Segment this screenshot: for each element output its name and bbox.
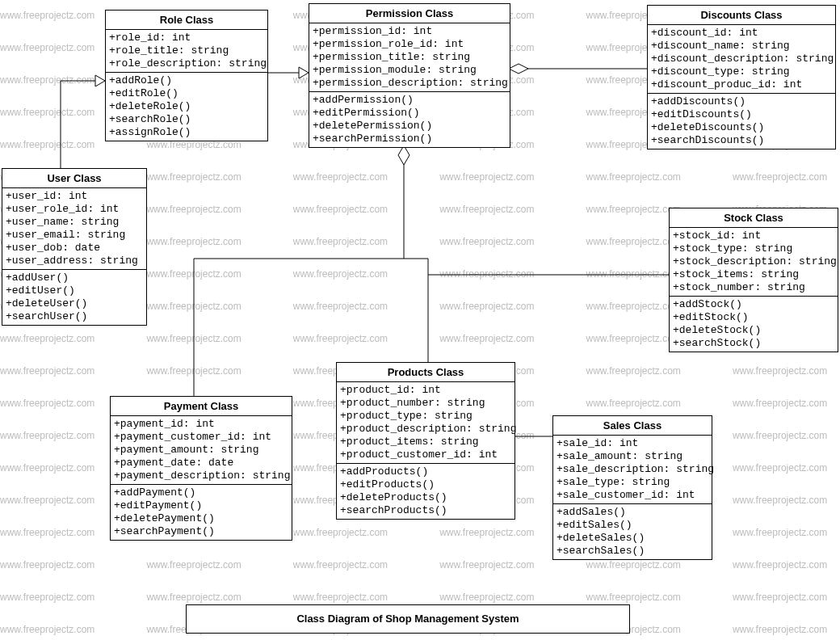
class-permission: Permission Class +permission_id: int+per… — [309, 3, 510, 148]
class-member: +addPayment() — [114, 486, 288, 499]
class-member: +product_number: string — [340, 397, 511, 410]
class-member: +editPermission() — [313, 107, 506, 120]
class-member: +payment_description: string — [114, 469, 288, 482]
class-attributes: +payment_id: int+payment_customer_id: in… — [111, 416, 292, 485]
class-member: +editRole() — [109, 87, 264, 100]
class-member: +sale_customer_id: int — [556, 489, 708, 502]
class-member: +permission_role_id: int — [313, 38, 506, 51]
class-member: +stock_id: int — [673, 229, 834, 242]
class-member: +product_items: string — [340, 436, 511, 448]
class-member: +deleteUser() — [6, 297, 143, 310]
class-discounts: Discounts Class +discount_id: int+discou… — [647, 5, 836, 149]
class-member: +role_id: int — [109, 32, 264, 44]
class-member: +searchPermission() — [313, 133, 506, 145]
svg-marker-2 — [509, 64, 528, 74]
class-member: +searchSales() — [556, 545, 708, 558]
svg-marker-7 — [398, 145, 410, 165]
class-member: +addPermission() — [313, 94, 506, 107]
class-operations: +addPermission()+editPermission()+delete… — [309, 92, 510, 147]
class-member: +payment_customer_id: int — [114, 431, 288, 444]
class-member: +permission_description: string — [313, 77, 506, 90]
class-member: +editDiscounts() — [651, 108, 832, 121]
class-operations: +addRole()+editRole()+deleteRole()+searc… — [106, 73, 267, 141]
class-attributes: +user_id: int+user_role_id: int+user_nam… — [2, 188, 146, 270]
class-member: +user_address: string — [6, 255, 143, 267]
class-member: +searchProducts() — [340, 504, 511, 517]
class-member: +payment_amount: string — [114, 444, 288, 457]
class-member: +payment_id: int — [114, 418, 288, 431]
class-member: +user_dob: date — [6, 242, 143, 255]
class-member: +role_description: string — [109, 57, 264, 70]
class-member: +user_id: int — [6, 190, 143, 203]
class-member: +product_customer_id: int — [340, 448, 511, 461]
class-member: +product_type: string — [340, 410, 511, 423]
class-member: +addProducts() — [340, 465, 511, 478]
svg-marker-6 — [95, 75, 105, 86]
class-member: +deletePermission() — [313, 120, 506, 133]
class-member: +user_email: string — [6, 229, 143, 242]
class-member: +searchRole() — [109, 113, 264, 126]
class-member: +addDiscounts() — [651, 95, 832, 108]
svg-marker-1 — [299, 67, 309, 78]
diagram-caption: Class Diagram of Shop Management System — [186, 604, 630, 634]
class-operations: +addSales()+editSales()+deleteSales()+se… — [553, 504, 712, 559]
class-member: +deleteStock() — [673, 324, 834, 337]
class-member: +editProducts() — [340, 478, 511, 491]
class-member: +permission_id: int — [313, 25, 506, 38]
class-operations: +addProducts()+editProducts()+deleteProd… — [337, 464, 514, 519]
class-attributes: +product_id: int+product_number: string+… — [337, 382, 514, 464]
class-member: +assignRole() — [109, 126, 264, 139]
class-member: +addStock() — [673, 298, 834, 311]
class-title: Products Class — [337, 363, 514, 382]
class-sales: Sales Class +sale_id: int+sale_amount: s… — [552, 415, 712, 560]
class-member: +role_title: string — [109, 44, 264, 57]
class-payment: Payment Class +payment_id: int+payment_c… — [110, 396, 292, 541]
class-title: Permission Class — [309, 4, 510, 23]
class-title: Discounts Class — [648, 6, 835, 25]
class-member: +searchPayment() — [114, 525, 288, 538]
class-attributes: +role_id: int+role_title: string+role_de… — [106, 30, 267, 73]
class-member: +deleteSales() — [556, 532, 708, 545]
class-member: +addRole() — [109, 74, 264, 87]
class-member: +editPayment() — [114, 499, 288, 512]
class-member: +sale_description: string — [556, 463, 708, 476]
class-member: +sale_amount: string — [556, 450, 708, 463]
class-title: Role Class — [106, 11, 267, 30]
class-member: +stock_items: string — [673, 268, 834, 281]
class-member: +editSales() — [556, 519, 708, 532]
class-member: +discount_type: string — [651, 65, 832, 78]
class-member: +searchStock() — [673, 337, 834, 350]
class-title: Payment Class — [111, 397, 292, 416]
class-operations: +addUser()+editUser()+deleteUser()+searc… — [2, 270, 146, 325]
class-member: +stock_description: string — [673, 255, 834, 268]
class-member: +deleteRole() — [109, 100, 264, 113]
class-member: +product_id: int — [340, 384, 511, 397]
class-member: +permission_module: string — [313, 64, 506, 77]
class-role: Role Class +role_id: int+role_title: str… — [105, 10, 268, 141]
class-member: +user_name: string — [6, 216, 143, 229]
class-member: +searchDiscounts() — [651, 134, 832, 147]
class-member: +discount_name: string — [651, 40, 832, 53]
class-title: User Class — [2, 169, 146, 188]
class-member: +stock_number: string — [673, 281, 834, 294]
class-operations: +addDiscounts()+editDiscounts()+deleteDi… — [648, 94, 835, 149]
class-member: +payment_date: date — [114, 457, 288, 469]
class-member: +sale_type: string — [556, 476, 708, 489]
class-member: +deleteProducts() — [340, 491, 511, 504]
class-user: User Class +user_id: int+user_role_id: i… — [2, 168, 147, 326]
class-member: +addUser() — [6, 272, 143, 284]
class-title: Stock Class — [670, 208, 838, 228]
class-attributes: +permission_id: int+permission_role_id: … — [309, 23, 510, 92]
class-member: +searchUser() — [6, 310, 143, 323]
class-attributes: +stock_id: int+stock_type: string+stock_… — [670, 228, 838, 297]
class-member: +stock_type: string — [673, 242, 834, 255]
class-member: +deletePayment() — [114, 512, 288, 525]
class-member: +addSales() — [556, 506, 708, 519]
class-stock: Stock Class +stock_id: int+stock_type: s… — [669, 208, 838, 352]
class-member: +editUser() — [6, 284, 143, 297]
class-member: +discount_id: int — [651, 27, 832, 40]
class-operations: +addPayment()+editPayment()+deletePaymen… — [111, 485, 292, 540]
class-attributes: +discount_id: int+discount_name: string+… — [648, 25, 835, 94]
class-title: Sales Class — [553, 416, 712, 436]
class-member: +sale_id: int — [556, 437, 708, 450]
